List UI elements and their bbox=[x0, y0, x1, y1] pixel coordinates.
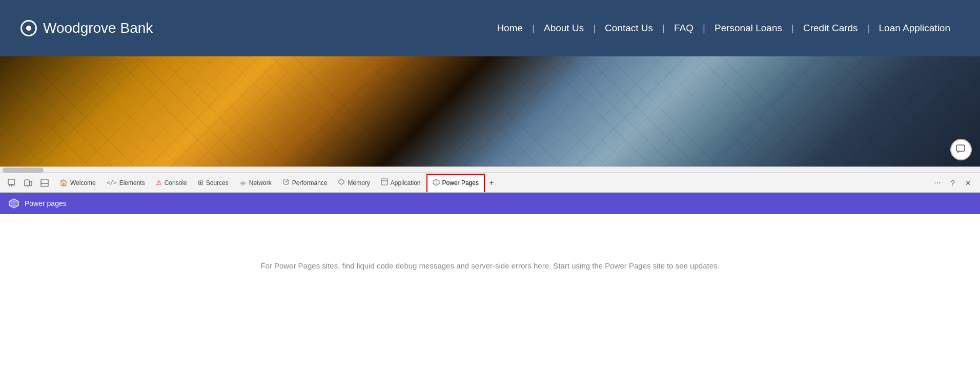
tab-power-pages[interactable]: Power Pages bbox=[426, 174, 485, 193]
nav-about-us[interactable]: About Us bbox=[535, 23, 593, 34]
svg-point-7 bbox=[242, 184, 243, 185]
device-toggle-button[interactable] bbox=[22, 176, 35, 190]
tab-performance-label: Performance bbox=[292, 179, 328, 187]
device-icon bbox=[24, 179, 32, 187]
tab-application[interactable]: Application bbox=[376, 173, 426, 192]
tab-elements[interactable]: </> Elements bbox=[101, 173, 151, 192]
chat-icon-button[interactable] bbox=[950, 139, 972, 160]
console-icon: ⚠ bbox=[156, 179, 162, 187]
application-icon bbox=[381, 178, 388, 187]
svg-rect-10 bbox=[381, 179, 387, 185]
power-pages-header-bar: Power pages bbox=[0, 193, 980, 214]
power-pages-logo-icon bbox=[8, 198, 19, 209]
tab-network-label: Network bbox=[249, 179, 272, 187]
nav-contact-us[interactable]: Contact Us bbox=[596, 23, 662, 34]
network-icon bbox=[239, 178, 247, 187]
sources-icon: ⊞ bbox=[198, 179, 203, 187]
elements-icon: </> bbox=[107, 179, 117, 186]
tab-console[interactable]: ⚠ Console bbox=[151, 173, 193, 192]
bank-logo-icon bbox=[21, 20, 37, 36]
power-pages-panel-title: Power pages bbox=[25, 199, 67, 208]
hero-overlay bbox=[0, 56, 980, 167]
nav-faq[interactable]: FAQ bbox=[665, 23, 703, 34]
bank-nav: Home | About Us | Contact Us | FAQ | Per… bbox=[487, 23, 959, 34]
tab-sources-label: Sources bbox=[206, 179, 229, 187]
more-options-button[interactable]: ⋯ bbox=[931, 176, 944, 190]
devtools-tabs-bar: 🏠 Welcome </> Elements ⚠ Console ⊞ Sourc… bbox=[0, 173, 980, 193]
horizontal-scrollbar[interactable] bbox=[0, 167, 980, 173]
power-pages-tab-icon bbox=[433, 179, 440, 188]
tab-welcome[interactable]: 🏠 Welcome bbox=[54, 173, 101, 192]
devtools-left-icons bbox=[2, 176, 54, 190]
devtools-tabs-list: 🏠 Welcome </> Elements ⚠ Console ⊞ Sourc… bbox=[54, 173, 928, 192]
nav-loan-application[interactable]: Loan Application bbox=[870, 23, 959, 34]
nav-credit-cards[interactable]: Credit Cards bbox=[794, 23, 867, 34]
nav-home[interactable]: Home bbox=[487, 23, 532, 34]
svg-point-9 bbox=[285, 181, 287, 182]
dock-icon bbox=[40, 179, 49, 187]
bank-header: Woodgrove Bank Home | About Us | Contact… bbox=[0, 0, 980, 56]
bank-logo-area: Woodgrove Bank bbox=[21, 20, 153, 36]
help-button[interactable]: ? bbox=[946, 176, 959, 190]
chat-icon bbox=[956, 144, 966, 155]
memory-icon bbox=[338, 178, 345, 187]
svg-rect-3 bbox=[29, 181, 32, 185]
svg-rect-1 bbox=[8, 179, 14, 184]
inspect-icon bbox=[8, 179, 16, 187]
tab-performance[interactable]: Performance bbox=[277, 173, 333, 192]
dock-side-button[interactable] bbox=[38, 176, 51, 190]
tab-elements-label: Elements bbox=[119, 179, 145, 187]
close-devtools-button[interactable]: ✕ bbox=[962, 176, 975, 190]
performance-icon bbox=[282, 178, 290, 187]
scrollbar-thumb[interactable] bbox=[3, 168, 44, 173]
add-tab-button[interactable]: + bbox=[485, 176, 498, 190]
bank-title: Woodgrove Bank bbox=[43, 20, 153, 36]
svg-rect-2 bbox=[25, 180, 29, 186]
home-icon: 🏠 bbox=[59, 179, 68, 187]
power-pages-content-area: For Power Pages sites, find liquid code … bbox=[0, 214, 980, 317]
tab-welcome-label: Welcome bbox=[70, 179, 96, 187]
devtools-right-icons: ⋯ ? ✕ bbox=[928, 176, 978, 190]
inspect-element-button[interactable] bbox=[5, 176, 18, 190]
tab-console-label: Console bbox=[165, 179, 187, 187]
svg-rect-0 bbox=[956, 145, 965, 151]
svg-rect-5 bbox=[41, 179, 48, 187]
tab-memory-label: Memory bbox=[348, 179, 370, 187]
tab-power-pages-label: Power Pages bbox=[442, 179, 479, 187]
tab-application-label: Application bbox=[391, 179, 421, 187]
power-pages-message: For Power Pages sites, find liquid code … bbox=[260, 261, 719, 270]
nav-personal-loans[interactable]: Personal Loans bbox=[705, 23, 791, 34]
hero-image bbox=[0, 56, 980, 167]
devtools-panel: 🏠 Welcome </> Elements ⚠ Console ⊞ Sourc… bbox=[0, 173, 980, 317]
tab-sources[interactable]: ⊞ Sources bbox=[193, 173, 234, 192]
tab-network[interactable]: Network bbox=[234, 173, 277, 192]
tab-memory[interactable]: Memory bbox=[333, 173, 375, 192]
